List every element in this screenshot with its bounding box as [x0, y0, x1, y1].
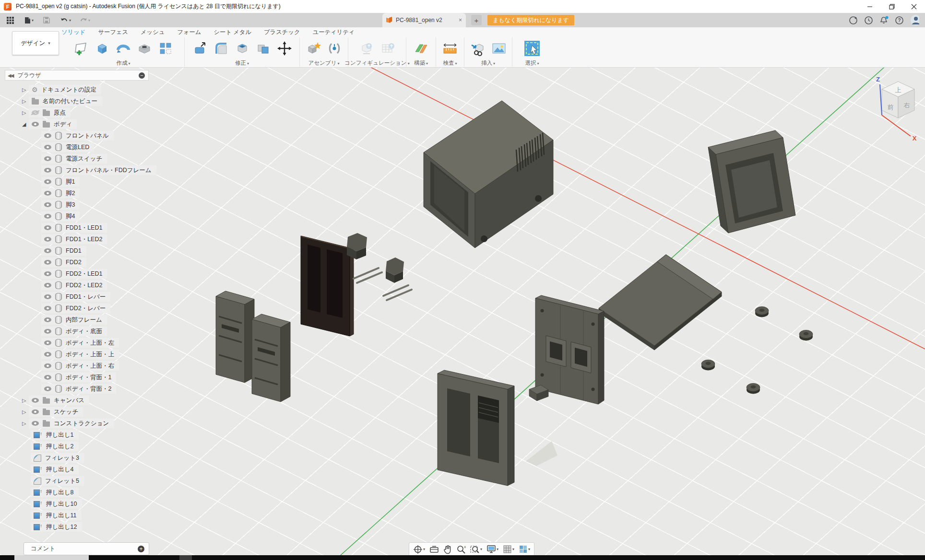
user-avatar[interactable] [910, 16, 919, 25]
group-label-construct[interactable]: 構築 [414, 59, 428, 67]
display-settings-button[interactable]: ▾ [485, 544, 500, 555]
visibility-eye-icon[interactable] [44, 145, 51, 150]
help-icon[interactable]: ? [895, 16, 904, 25]
ribbon-tab[interactable]: プラスチック [264, 28, 300, 36]
visibility-eye-icon[interactable] [44, 179, 51, 184]
new-tab-button[interactable]: + [471, 15, 482, 25]
group-label-create[interactable]: 作成 [116, 59, 130, 67]
move-icon[interactable] [274, 38, 295, 59]
browser-row[interactable]: 内部フレーム [5, 314, 149, 326]
visibility-eye-icon[interactable] [44, 271, 51, 276]
visibility-eye-icon[interactable] [44, 156, 51, 161]
bezel-box-part[interactable] [708, 130, 795, 233]
group-label-configuration[interactable]: コンフィギュレーション [344, 59, 409, 67]
group-label-modify[interactable]: 修正 [235, 59, 249, 67]
visibility-eye-icon[interactable] [44, 317, 51, 322]
browser-row[interactable]: ボディ・上面・上 [5, 349, 149, 360]
browser-row[interactable]: スケッチ [5, 406, 149, 418]
browser-row[interactable]: フィレット3 [5, 452, 149, 464]
group-label-inspect[interactable]: 検査 [443, 59, 457, 67]
browser-row[interactable]: ボディ・上面・右 [5, 360, 149, 372]
clock-history-icon[interactable] [864, 16, 873, 25]
browser-row[interactable]: フロントパネル・FDDフレーム [5, 164, 149, 176]
group-label-assemble[interactable]: アセンブリ [308, 59, 339, 67]
case-shell-part[interactable] [424, 101, 553, 248]
flat-panel-part[interactable] [599, 255, 722, 350]
browser-row[interactable]: 電源LED [5, 141, 149, 153]
browser-row[interactable]: ドキュメントの設定 [5, 84, 149, 95]
browser-row[interactable]: FDD1・LED1 [5, 222, 149, 233]
document-tab[interactable]: PC-9881_open v2 × [382, 13, 466, 27]
combine-icon[interactable] [253, 38, 274, 59]
browser-row[interactable]: ボディ・背面・1 [5, 372, 149, 383]
ribbon-tab[interactable]: ソリッド [61, 28, 85, 36]
workspace-selector-button[interactable]: デザイン [12, 31, 59, 55]
visibility-eye-icon[interactable] [44, 352, 51, 357]
view-cube[interactable]: 上 前 右 Z X [876, 76, 917, 142]
fdd-frame-part[interactable] [438, 370, 514, 486]
ribbon-tab[interactable]: フォーム [177, 28, 201, 36]
app-grid-icon[interactable] [4, 14, 17, 26]
select-icon[interactable] [522, 38, 543, 59]
comment-bar[interactable]: コメント + [24, 542, 149, 555]
browser-row[interactable]: ボディ・底面 [5, 326, 149, 337]
insert-image-icon[interactable] [488, 38, 510, 59]
configure-design-icon[interactable] [356, 38, 377, 59]
construction-plane-icon[interactable] [411, 38, 432, 59]
file-menu-icon[interactable]: ▾ [22, 14, 36, 26]
browser-row[interactable]: 押し出し11 [5, 510, 149, 521]
browser-row[interactable]: ボディ・背面・2 [5, 383, 149, 395]
zoom-window-button[interactable]: ▾ [469, 544, 484, 555]
browser-row[interactable]: FDD2・LED2 [5, 280, 149, 291]
save-icon[interactable] [40, 14, 53, 26]
extrude-icon[interactable] [92, 38, 113, 59]
pattern-icon[interactable] [155, 38, 176, 59]
visibility-eye-icon[interactable] [32, 122, 39, 127]
browser-row[interactable]: 名前の付いたビュー [5, 95, 149, 107]
browser-row[interactable]: 脚2 [5, 187, 149, 199]
press-pull-icon[interactable] [190, 38, 211, 59]
ribbon-tab[interactable]: メッシュ [141, 28, 165, 36]
browser-row[interactable]: FDD1 [5, 245, 149, 257]
collapse-panel-icon[interactable]: ◀◀ [8, 73, 13, 78]
visibility-eye-icon[interactable] [44, 306, 51, 311]
browser-row[interactable]: 押し出し1 [5, 429, 149, 441]
visibility-eye-icon[interactable] [44, 133, 51, 138]
expand-arrow-icon[interactable] [22, 110, 29, 116]
ribbon-tab[interactable]: シート メタル [213, 28, 251, 36]
browser-row[interactable]: 脚4 [5, 210, 149, 222]
visibility-eye-icon[interactable] [44, 375, 51, 380]
close-button[interactable] [903, 0, 925, 13]
expand-arrow-icon[interactable] [22, 98, 29, 105]
browser-row[interactable]: 押し出し4 [5, 464, 149, 475]
expand-arrow-icon[interactable] [22, 420, 29, 427]
visibility-eye-icon[interactable] [44, 214, 51, 219]
fdd-block-1-part[interactable] [216, 291, 254, 383]
browser-minimize-icon[interactable]: − [139, 72, 145, 79]
viewports-button[interactable]: ▾ [517, 544, 532, 555]
timeline-controls-segment[interactable] [14, 555, 89, 560]
expand-arrow-icon[interactable] [22, 397, 29, 404]
visibility-eye-icon[interactable] [32, 409, 39, 414]
new-sketch-icon[interactable] [71, 38, 92, 59]
visibility-eye-icon[interactable] [32, 398, 39, 403]
hole-icon[interactable] [134, 38, 155, 59]
browser-row[interactable]: 押し出し2 [5, 441, 149, 452]
add-comment-icon[interactable]: + [138, 546, 144, 552]
browser-row[interactable]: FDD1・LED2 [5, 233, 149, 245]
zoom-button[interactable]: ± [455, 544, 467, 555]
browser-row[interactable]: フロントパネル [5, 130, 149, 141]
revolve-icon[interactable] [113, 38, 134, 59]
configuration-table-icon[interactable] [377, 38, 398, 59]
visibility-eye-icon[interactable] [44, 294, 51, 299]
browser-header[interactable]: ◀◀ ブラウザ − [5, 70, 149, 81]
orbit-button[interactable]: ▾ [412, 544, 427, 555]
tab-close-icon[interactable]: × [459, 17, 462, 23]
dark-frame-part[interactable] [301, 236, 354, 336]
group-label-select[interactable]: 選択 [525, 59, 539, 67]
insert-derive-icon[interactable] [467, 38, 488, 59]
visibility-eye-icon[interactable] [32, 110, 39, 115]
visibility-eye-icon[interactable] [44, 386, 51, 391]
browser-row[interactable]: 原点 [5, 107, 149, 118]
job-status-icon[interactable] [849, 16, 858, 25]
